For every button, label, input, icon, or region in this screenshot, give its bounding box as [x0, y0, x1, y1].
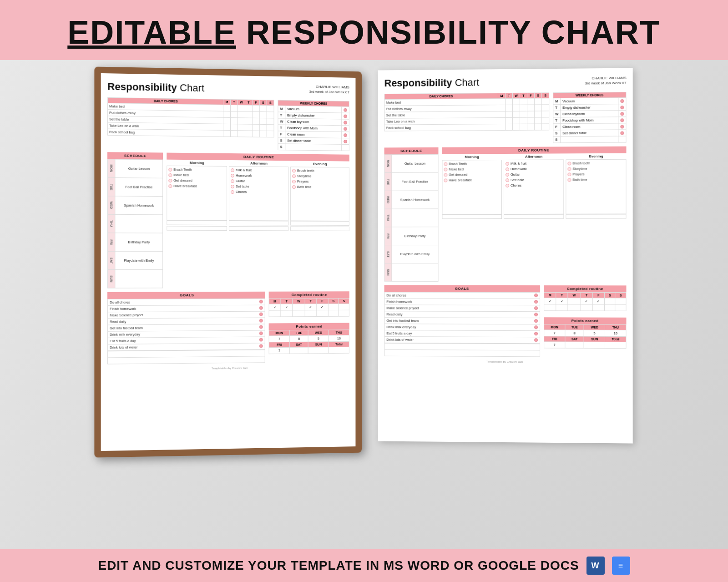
weekly-chore-task [285, 144, 342, 151]
goal-item: Finish homework [384, 299, 540, 305]
daily-chores-left: DAILY CHORES M T W T F S S Make bed [107, 97, 274, 150]
weekly-chore-day: T [278, 125, 285, 131]
schedule-routine-left: SCHEDULE MONGuitar LessonTUEFoot Ball Pr… [107, 152, 349, 288]
routine-checkbox [292, 185, 296, 189]
main-footer: EDIT AND CUSTOMIZE YOUR TEMPLATE IN MS W… [0, 549, 728, 582]
routine-item: Brush teeth [292, 168, 348, 173]
points-header-left: Points earned [269, 323, 349, 330]
schedule-event: Guitar Lesson [115, 159, 163, 178]
chart-plain-right: Responsibility Chart CHARLIE WILLIAMS 3r… [378, 68, 633, 443]
points-table-right: MONTUEWEDTHU 78510FRISATSUNTotal7 [544, 324, 626, 349]
routine-item: Bath time [567, 177, 624, 182]
goals-header-left: GOALS [107, 292, 265, 299]
weekly-chore-task: Set dinner table [285, 137, 342, 144]
goals-col-right: GOALS Do all choresFinish homeworkMake S… [384, 285, 541, 357]
routine-item: Storytime [567, 167, 624, 171]
weekly-chore-task: Foodshop with Mom [285, 125, 342, 132]
routine-item: Storytime [292, 174, 348, 178]
routine-col-right: DAILY ROUTINE Morning Afternoon Evening … [442, 147, 626, 282]
routine-item: Milk & fruit [506, 161, 562, 166]
weekly-chores-table-left: WEEKLY CHORES MVacuumTEmpty dishwasherWC… [278, 100, 349, 151]
schedule-event: Playdate with Emily [115, 251, 163, 269]
routine-checkbox [567, 167, 571, 171]
chart-meta-week-r: 3rd week of Jan Week 07 [585, 81, 627, 86]
bottom-section-right: GOALS Do all choresFinish homeworkMake S… [384, 285, 627, 358]
schedule-event [392, 209, 438, 227]
schedule-day-label: SUN [384, 263, 392, 281]
template-credit-left: Templatables by Creative Jam [107, 365, 349, 370]
routine-item: Get dressed [168, 178, 225, 183]
schedule-event [115, 214, 163, 233]
daily-weekly-section-right: DAILY CHORES M T W T F S S Make bedPut c… [384, 92, 627, 144]
routine-checkbox [506, 172, 509, 176]
daily-weekly-section-left: DAILY CHORES M T W T F S S Make bed [107, 97, 349, 151]
weekly-chore-task: Clean room [561, 123, 618, 130]
schedule-event: Guitar Lesson [392, 154, 438, 172]
routine-checkbox [567, 178, 571, 182]
completed-header-right: Completed routine [544, 285, 626, 292]
routine-checkbox [231, 174, 234, 177]
chart-title-right: Responsibility Chart [384, 76, 480, 89]
goal-item: Drink milk everyday [384, 324, 540, 331]
routine-item: Homework [506, 167, 562, 171]
goal-item: Do all chores [108, 299, 265, 305]
schedule-event: Foot Ball Practise [115, 177, 163, 196]
routine-checkbox [506, 167, 509, 171]
chart-meta-left: CHARLIE WILLIAMS 3rd week of Jan Week 07 [309, 84, 349, 95]
schedule-day-label: FRI [108, 233, 115, 251]
goals-empty-left [107, 349, 265, 364]
routine-item: Make bed [444, 167, 500, 171]
schedule-event: Spanish Homework [392, 191, 438, 209]
schedule-event: Playdate with Emily [392, 245, 438, 263]
routine-evening-col-right: Brush teethStorytimePrayersBath time [566, 159, 626, 214]
routine-evening-header: Evening [290, 161, 349, 167]
routine-morning-header: Morning [167, 160, 227, 166]
goals-empty-right [384, 343, 541, 357]
routine-item: Guitar [506, 172, 562, 176]
chart-title-rest-r: Chart [452, 76, 480, 88]
weekly-chores-table-right: WEEKLY CHORES MVacuumTEmpty dishwasherWC… [553, 92, 626, 143]
routine-item: Get dressed [444, 172, 500, 177]
routine-checkbox [444, 173, 447, 177]
routine-checkbox [231, 190, 234, 194]
schedule-day-label: TUE [384, 172, 392, 191]
routine-item: Brush Teeth [444, 162, 500, 166]
routine-item: Brush Teeth [168, 167, 225, 172]
routine-checkbox [168, 184, 172, 187]
footer-label: EDIT AND CUSTOMIZE YOUR TEMPLATE IN MS W… [98, 558, 579, 573]
footer-text: EDIT AND CUSTOMIZE YOUR TEMPLATE IN MS W… [9, 557, 719, 575]
routine-item: Milk & fruit [231, 168, 287, 172]
routine-item: Prayers [292, 179, 348, 184]
schedule-header-right: SCHEDULE [384, 147, 439, 155]
goal-item: Drink lots of water [384, 336, 540, 343]
weekly-chore-day: F [553, 124, 561, 130]
weekly-chore-day: W [553, 111, 561, 117]
schedule-table-left: MONGuitar LessonTUEFoot Ball PractiseWED… [107, 159, 163, 288]
completed-points-col-right: Completed routine MTWTFSS ✓✓✓✓ Points ea… [544, 285, 626, 357]
routine-checkbox [168, 178, 172, 182]
routine-item: Have breakfast [444, 178, 500, 182]
weekly-chore-day: F [278, 131, 285, 137]
chart-meta-week: 3rd week of Jan Week 07 [309, 89, 349, 95]
completed-table-left: MTWTFSS ✓✓✓✓ [269, 298, 349, 317]
schedule-header-left: SCHEDULE [107, 152, 163, 159]
weekly-chore-day: M [278, 106, 285, 112]
schedule-day-label: THU [384, 209, 392, 227]
points-header-right: Points earned [544, 317, 626, 324]
template-credit-right: Templatables by Creative Jam [384, 360, 627, 364]
routine-checkbox [168, 167, 172, 171]
routine-item: Chores [506, 183, 562, 187]
routine-checkbox [506, 183, 509, 187]
routine-checkbox [567, 172, 571, 176]
daily-chores-right-chart: DAILY CHORES M T W T F S S Make bedPut c… [384, 92, 550, 144]
weekly-chore-day: S [278, 144, 285, 150]
schedule-event [392, 263, 438, 281]
routine-item: Have breakfast [168, 184, 225, 188]
schedule-event: Spanish Homework [115, 196, 163, 215]
daily-chores-table-right: DAILY CHORES M T W T F S S Make bedPut c… [384, 92, 550, 131]
routine-item: Set table [231, 184, 287, 189]
weekly-chores-right-chart: WEEKLY CHORES MVacuumTEmpty dishwasherWC… [553, 92, 626, 143]
routine-afternoon-header: Afternoon [229, 160, 288, 167]
chart-title-rest: Chart [177, 82, 204, 94]
routine-checkbox [444, 178, 447, 182]
